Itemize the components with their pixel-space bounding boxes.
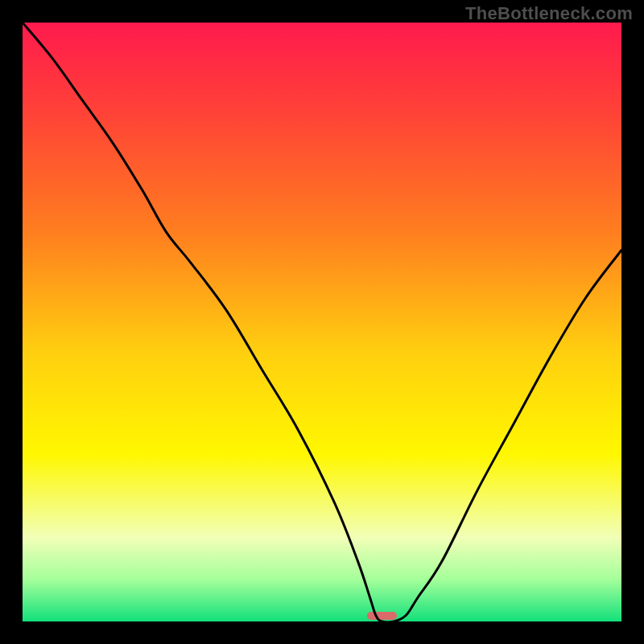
chart-frame: TheBottleneck.com bbox=[0, 0, 644, 644]
bottleneck-chart bbox=[23, 23, 621, 621]
watermark-text: TheBottleneck.com bbox=[465, 3, 633, 24]
gradient-background bbox=[23, 23, 621, 621]
optimal-range-marker bbox=[367, 612, 397, 620]
